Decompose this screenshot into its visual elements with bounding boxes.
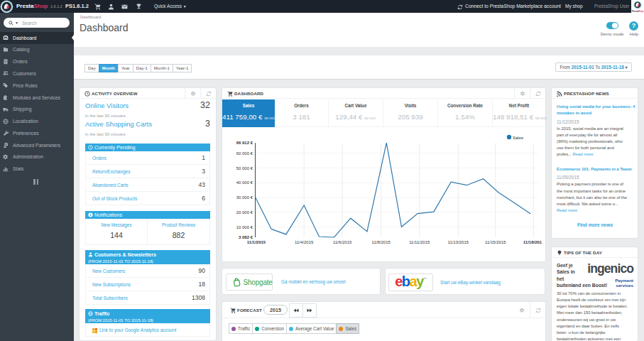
svg-text:Sales: Sales [513, 136, 523, 140]
svg-text:11/13/2015: 11/13/2015 [448, 240, 469, 244]
svg-text:11/1/2015: 11/1/2015 [247, 240, 266, 244]
svg-text:10 000 €: 10 000 € [236, 225, 253, 229]
svg-text:60 000 €: 60 000 € [236, 151, 253, 156]
svg-text:11/11/2015: 11/11/2015 [409, 240, 430, 244]
svg-text:66 912 €: 66 912 € [236, 141, 253, 145]
svg-text:11/8/2015: 11/8/2015 [372, 240, 391, 244]
svg-text:11/18/201: 11/18/201 [523, 240, 542, 244]
svg-text:40 000 €: 40 000 € [236, 180, 253, 185]
svg-text:11/6/2015: 11/6/2015 [333, 240, 352, 244]
svg-text:3 082 €: 3 082 € [239, 235, 253, 239]
svg-text:11/15/2015: 11/15/2015 [485, 240, 506, 244]
svg-text:11/4/2015: 11/4/2015 [295, 240, 314, 244]
svg-text:20 000 €: 20 000 € [236, 210, 253, 215]
svg-text:50 000 €: 50 000 € [236, 166, 253, 170]
svg-text:30 000 €: 30 000 € [236, 195, 253, 200]
